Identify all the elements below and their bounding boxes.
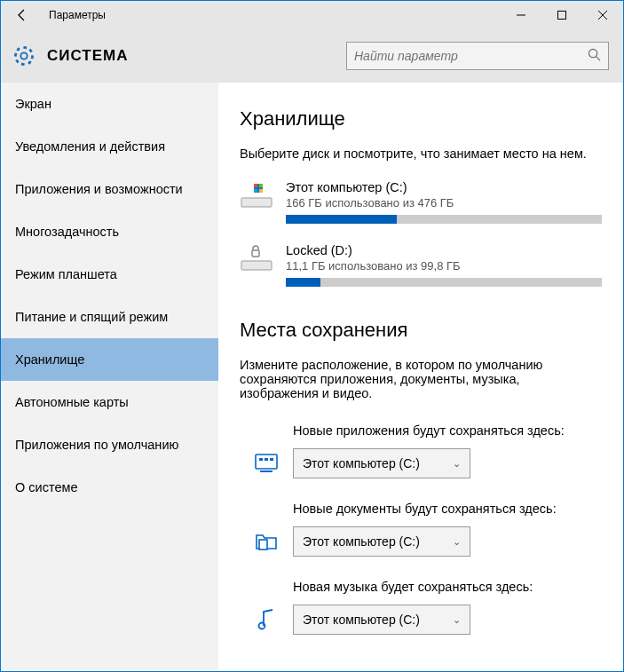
section-title: СИСТЕМА [47, 47, 129, 65]
chevron-down-icon: ⌄ [453, 614, 461, 626]
save-location-label: Новые приложения будут сохраняться здесь… [293, 423, 602, 438]
back-button[interactable] [1, 1, 43, 29]
sidebar: Экран Уведомления и действия Приложения … [1, 83, 218, 671]
sidebar-item-label: Многозадачность [15, 225, 119, 239]
save-location-apps: Новые приложения будут сохраняться здесь… [240, 423, 602, 478]
sidebar-item-offline-maps[interactable]: Автономные карты [1, 381, 218, 423]
maximize-button[interactable] [541, 1, 582, 29]
svg-rect-10 [254, 189, 257, 193]
window-title: Параметры [49, 9, 106, 21]
svg-point-4 [588, 49, 596, 57]
storage-desc: Выберите диск и посмотрите, что занимает… [240, 146, 602, 161]
documents-icon [240, 532, 293, 551]
sidebar-item-label: Хранилище [15, 352, 84, 367]
svg-rect-11 [259, 189, 263, 193]
drive-name: Locked (D:) [286, 243, 602, 257]
apps-location-dropdown[interactable]: Этот компьютер (C:) ⌄ [293, 448, 470, 478]
sidebar-item-label: Экран [15, 97, 51, 111]
drive-item[interactable]: Этот компьютер (C:) 166 ГБ использовано … [240, 180, 602, 224]
sidebar-item-default-apps[interactable]: Приложения по умолчанию [1, 423, 218, 466]
svg-rect-1 [558, 12, 566, 20]
svg-rect-17 [270, 458, 273, 461]
drive-d-icon [240, 245, 273, 279]
save-locations-desc: Измените расположение, в котором по умол… [240, 358, 602, 400]
sidebar-item-label: Приложения и возможности [15, 182, 183, 196]
sidebar-item-about[interactable]: О системе [1, 466, 218, 509]
main-content: Хранилище Выберите диск и посмотрите, чт… [218, 83, 623, 671]
drive-item[interactable]: Locked (D:) 11,1 ГБ использовано из 99,8… [240, 243, 602, 287]
sidebar-item-tablet[interactable]: Режим планшета [1, 253, 218, 296]
sidebar-item-multitasking[interactable]: Многозадачность [1, 210, 218, 253]
sidebar-item-label: Уведомления и действия [15, 139, 165, 154]
dropdown-value: Этот компьютер (C:) [303, 534, 420, 549]
usage-bar-fill [286, 215, 397, 224]
save-location-music: Новая музыка будет сохраняться здесь: Эт… [240, 580, 602, 635]
drive-name: Этот компьютер (C:) [286, 180, 602, 194]
svg-line-5 [596, 57, 600, 60]
drive-usage: 11,1 ГБ использовано из 99,8 ГБ [286, 259, 602, 273]
titlebar: Параметры [1, 1, 623, 29]
save-location-documents: Новые документы будут сохраняться здесь:… [240, 502, 602, 557]
chevron-down-icon: ⌄ [453, 458, 461, 470]
sidebar-item-apps[interactable]: Приложения и возможности [1, 168, 218, 210]
minimize-button[interactable] [501, 1, 541, 29]
header: СИСТЕМА [1, 29, 623, 83]
storage-heading: Хранилище [240, 107, 602, 130]
usage-bar [286, 215, 602, 224]
apps-icon [240, 454, 293, 473]
save-location-label: Новые документы будут сохраняться здесь: [293, 502, 602, 516]
documents-location-dropdown[interactable]: Этот компьютер (C:) ⌄ [293, 526, 470, 557]
sidebar-item-power[interactable]: Питание и спящий режим [1, 296, 218, 338]
sidebar-item-label: Автономные карты [15, 395, 129, 409]
search-input[interactable] [354, 49, 588, 63]
svg-rect-14 [256, 455, 277, 469]
music-location-dropdown[interactable]: Этот компьютер (C:) ⌄ [293, 605, 470, 635]
drive-c-icon [240, 182, 273, 216]
close-button[interactable] [582, 1, 623, 29]
drive-usage: 166 ГБ использовано из 476 ГБ [286, 196, 602, 210]
sidebar-item-label: О системе [15, 480, 77, 494]
svg-rect-8 [254, 184, 257, 187]
sidebar-item-label: Режим планшета [15, 267, 117, 281]
svg-rect-12 [241, 261, 272, 270]
sidebar-item-notifications[interactable]: Уведомления и действия [1, 125, 218, 168]
search-icon [588, 48, 601, 64]
usage-bar-fill [286, 278, 320, 287]
music-icon [240, 608, 293, 631]
usage-bar [286, 278, 602, 287]
dropdown-value: Этот компьютер (C:) [303, 613, 420, 627]
svg-rect-9 [259, 184, 263, 187]
sidebar-item-label: Приложения по умолчанию [15, 438, 178, 452]
sidebar-item-display[interactable]: Экран [1, 83, 218, 125]
svg-rect-6 [241, 198, 272, 207]
svg-rect-15 [259, 458, 263, 461]
svg-rect-19 [259, 540, 267, 549]
chevron-down-icon: ⌄ [453, 536, 461, 548]
save-location-label: Новая музыка будет сохраняться здесь: [293, 580, 602, 594]
svg-rect-13 [252, 250, 259, 257]
svg-rect-16 [265, 458, 268, 461]
sidebar-item-storage[interactable]: Хранилище [1, 338, 218, 381]
save-locations-heading: Места сохранения [240, 319, 602, 342]
dropdown-value: Этот компьютер (C:) [303, 456, 420, 470]
search-box[interactable] [346, 42, 609, 70]
gear-icon [12, 43, 36, 68]
sidebar-item-label: Питание и спящий режим [15, 310, 168, 324]
